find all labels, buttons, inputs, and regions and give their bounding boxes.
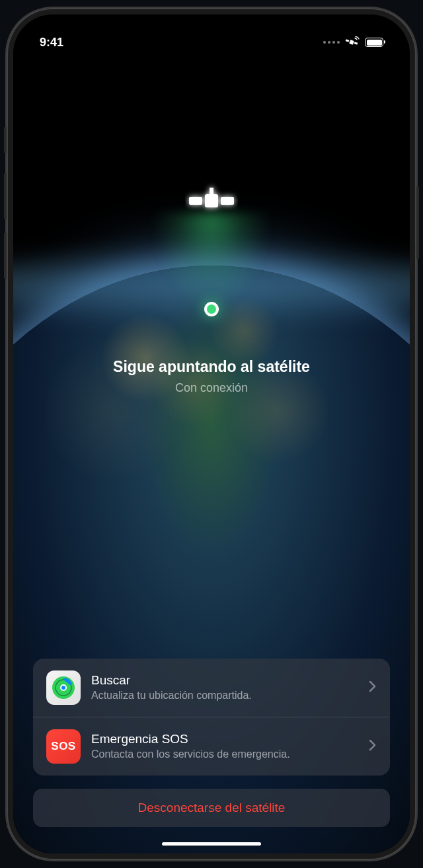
- sos-subtitle: Contacta con los servicios de emergencia…: [91, 748, 358, 762]
- screen: 9:41: [13, 15, 410, 853]
- power-button: [416, 186, 419, 259]
- actions-panel: Buscar Actualiza tu ubicación compartida…: [33, 659, 390, 827]
- actions-card-group: Buscar Actualiza tu ubicación compartida…: [33, 659, 390, 776]
- main-title: Sigue apuntando al satélite: [13, 358, 410, 376]
- status-icons: [323, 36, 383, 48]
- chevron-right-icon: [369, 739, 377, 754]
- svg-rect-6: [210, 188, 213, 194]
- find-my-row[interactable]: Buscar Actualiza tu ubicación compartida…: [33, 659, 390, 717]
- disconnect-button[interactable]: Desconectarse del satélite: [33, 789, 390, 827]
- phone-frame: 9:41: [7, 8, 416, 860]
- volume-down-button: [4, 233, 7, 279]
- sos-title: Emergencia SOS: [91, 732, 358, 746]
- svg-rect-5: [221, 197, 234, 205]
- svg-rect-0: [349, 40, 354, 45]
- find-my-content: Buscar Actualiza tu ubicación compartida…: [91, 673, 358, 703]
- find-my-subtitle: Actualiza tu ubicación compartida.: [91, 689, 358, 703]
- find-my-icon: [46, 670, 81, 705]
- status-time: 9:41: [40, 36, 63, 50]
- volume-up-button: [4, 173, 7, 219]
- svg-rect-2: [354, 42, 358, 45]
- satellite-status-icon: [345, 36, 360, 48]
- battery-icon: [365, 38, 383, 47]
- chevron-right-icon: [369, 680, 377, 695]
- dynamic-island: [169, 29, 254, 54]
- earth-texture: [46, 279, 377, 543]
- silent-switch: [4, 127, 7, 153]
- svg-rect-3: [205, 194, 218, 207]
- find-my-title: Buscar: [91, 673, 358, 688]
- emergency-sos-row[interactable]: SOS Emergencia SOS Contacta con los serv…: [33, 717, 390, 776]
- location-dot-icon: [204, 302, 219, 316]
- sos-icon-label: SOS: [51, 740, 75, 753]
- cellular-dots-icon: [323, 41, 340, 44]
- sos-content: Emergencia SOS Contacta con los servicio…: [91, 732, 358, 762]
- sos-icon: SOS: [46, 729, 81, 764]
- connection-beam: [152, 213, 271, 312]
- main-text-area: Sigue apuntando al satélite Con conexión: [13, 358, 410, 395]
- home-indicator[interactable]: [162, 842, 261, 846]
- svg-point-10: [61, 686, 65, 690]
- connection-status: Con conexión: [13, 381, 410, 395]
- satellite-icon: [185, 180, 238, 222]
- svg-rect-1: [346, 39, 350, 42]
- svg-rect-4: [189, 197, 202, 205]
